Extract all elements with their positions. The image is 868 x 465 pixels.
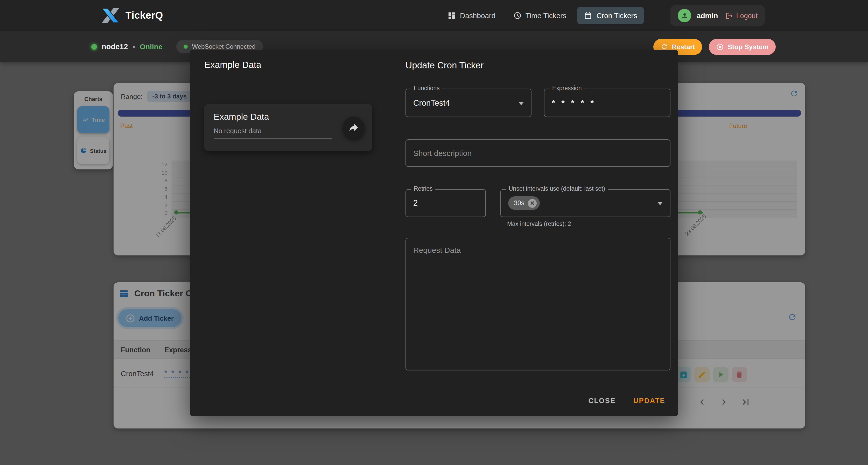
chevron-down-icon [519,102,524,105]
tickerq-logo-icon [102,8,119,23]
node-name: node12 [102,42,128,51]
user-avatar-icon [678,9,691,22]
example-card-subtitle: No request data [214,127,332,139]
example-data-panel: Example Data Example Data No request dat… [190,50,393,416]
top-navbar: TickerQ Dashboard Time Tickers Cron Tic [0,0,868,31]
nav-item-time-tickers[interactable]: Time Tickers [506,7,573,24]
close-button[interactable]: CLOSE [583,393,621,409]
websocket-dot-icon [184,44,188,49]
chip-remove-button[interactable]: ✕ [528,199,537,207]
stop-system-label: Stop System [728,43,769,51]
stop-system-button[interactable]: Stop System [709,39,776,55]
dialog-actions: CLOSE UPDATE [583,393,671,409]
user-menu: admin Logout [671,5,765,26]
interval-chip: 30s ✕ [508,196,540,210]
form-title: Update Cron Ticker [405,60,484,71]
websocket-label: WebSocket Connected [192,43,255,50]
dashboard-icon [447,11,456,20]
app-window: TickerQ Dashboard Time Tickers Cron Tic [0,0,868,465]
form-header: Update Cron Ticker [405,58,671,73]
update-button[interactable]: UPDATE [628,393,671,409]
nav-item-label: Time Tickers [526,11,566,20]
expression-input[interactable]: Expression * * * * * [544,89,671,117]
form-row-3: Retries 2 Unset intervals use (default: … [405,189,671,217]
form-row-4: Request Data [405,238,671,370]
nav-item-cron-tickers[interactable]: Cron Tickers [577,7,644,24]
retries-input[interactable]: Retries 2 [405,189,486,217]
share-example-button[interactable] [343,117,365,138]
retries-label: Retries [411,186,435,192]
node-separator: • [133,42,135,51]
clock-icon [513,11,521,20]
intervals-helper-text: Max intervals (retries): 2 [507,221,671,227]
update-cron-ticker-dialog: Example Data Example Data No request dat… [190,50,678,416]
request-data-textarea[interactable]: Request Data [405,238,671,370]
stop-circle-icon [716,43,724,51]
nav-item-label: Cron Tickers [596,11,637,20]
request-data-placeholder: Request Data [413,245,461,255]
functions-value: CronTest4 [413,98,450,107]
description-placeholder: Short description [413,149,472,158]
expression-value: * * * * * [552,98,596,107]
form-row-1: Functions CronTest4 Expression * * * * * [405,89,671,117]
chevron-down-icon [657,202,663,205]
calendar-icon [584,11,592,20]
node-online-label: Online [140,42,162,51]
logout-icon [725,12,733,20]
example-data-title: Example Data [204,59,261,70]
example-data-card: Example Data No request data [204,104,372,151]
navbar-divider [313,9,313,22]
update-form-panel: Update Cron Ticker Functions CronTest4 E… [393,50,678,416]
intervals-select[interactable]: Unset intervals use (default: last set) … [500,189,671,217]
app-title: TickerQ [125,10,163,21]
expression-label: Expression [550,85,584,91]
nav-item-label: Dashboard [460,11,495,20]
brand: TickerQ [102,0,163,31]
functions-label: Functions [411,85,442,91]
description-input[interactable]: Short description [405,139,671,167]
functions-select[interactable]: Functions CronTest4 [405,89,531,117]
user-name: admin [696,11,718,20]
form-row-2: Short description [405,139,671,167]
node-online-dot-icon [91,44,97,49]
example-data-header: Example Data [190,50,393,80]
interval-chip-label: 30s [514,199,524,207]
close-icon: ✕ [530,200,535,206]
main-nav: Dashboard Time Tickers Cron Tickers [441,0,644,31]
logout-button[interactable]: Logout [725,12,757,20]
restart-icon [661,43,668,50]
share-forward-icon [348,122,359,133]
intervals-label: Unset intervals use (default: last set) [506,186,608,192]
restart-label: Restart [672,43,695,51]
example-card-title: Example Data [214,112,363,122]
nav-item-dashboard[interactable]: Dashboard [441,7,502,24]
logout-label: Logout [736,12,757,20]
retries-value: 2 [413,198,418,208]
